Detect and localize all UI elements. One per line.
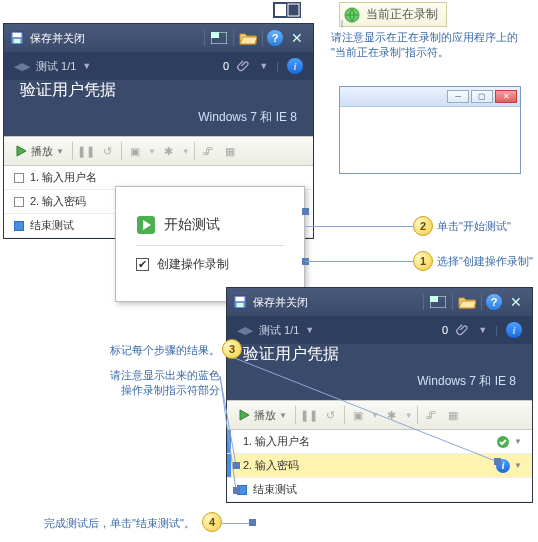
svg-rect-11 (237, 303, 244, 307)
callout-2-text: 单击"开始测试" (437, 219, 511, 234)
step-row[interactable]: 结束测试 (227, 478, 532, 502)
attach-icon[interactable]: 🖇 (422, 406, 440, 424)
play-icon (237, 408, 251, 422)
checkbox-checked-icon[interactable]: ✔ (136, 258, 149, 271)
count-value: 0 (442, 324, 448, 336)
callout-2: 2 (413, 216, 433, 236)
callout-3: 3 (222, 339, 242, 359)
subheader: ◀▶ 测试 1/1 ▼ 0 ▼ | i (4, 52, 313, 80)
end-test-marker-icon (237, 485, 247, 495)
start-test-row[interactable]: 开始测试 (136, 215, 284, 235)
dropdown-arrow-icon[interactable]: ▼ (514, 461, 522, 470)
dropdown-arrow-icon[interactable]: ▼ (514, 437, 522, 446)
step-row[interactable]: 1. 输入用户名 ▼ (227, 430, 532, 454)
paperclip-icon[interactable] (237, 59, 251, 73)
record-indicator (227, 430, 231, 453)
play-icon (14, 144, 28, 158)
svg-rect-10 (236, 297, 245, 301)
start-test-icon (136, 215, 156, 235)
window-layout-icon[interactable] (209, 28, 229, 48)
recording-banner: 当前正在录制 (339, 2, 447, 27)
count-value: 0 (223, 60, 229, 72)
svg-rect-1 (13, 33, 22, 37)
help-text-recording: 请注意显示在正在录制的应用程序上的 "当前正在录制"指示符。 (331, 30, 521, 61)
pass-icon (496, 435, 510, 449)
info-icon[interactable]: i (506, 322, 522, 338)
test-title: 验证用户凭据 (4, 80, 313, 109)
step-label: 结束测试 (30, 218, 74, 233)
dropdown-arrow-icon[interactable]: ▼ (478, 325, 487, 335)
step-row-selected[interactable]: 2. 输入密码 i ▼ (227, 454, 532, 478)
test-subtitle: Windows 7 和 IE 8 (227, 373, 532, 400)
test-runner-panel-b: 保存并关闭 ? ✕ ◀▶ 测试 1/1 ▼ 0 ▼ | i 验证用户凭据 Win… (226, 287, 533, 503)
more-icon[interactable]: ▦ (444, 406, 462, 424)
step-label: 1. 输入用户名 (243, 434, 310, 449)
camera-icon[interactable]: ▣ (126, 142, 144, 160)
attach-icon[interactable]: 🖇 (199, 142, 217, 160)
svg-rect-23 (249, 519, 256, 526)
play-button[interactable]: 播放 ▼ (10, 142, 68, 161)
pause-icon[interactable]: ❚❚ (77, 142, 95, 160)
start-test-label: 开始测试 (164, 216, 220, 234)
create-recording-row[interactable]: ✔ 创建操作录制 (136, 256, 284, 273)
bug-icon[interactable]: ✱ (383, 406, 401, 424)
record-globe-icon (344, 7, 360, 23)
play-label: 播放 (31, 144, 53, 159)
step-label: 2. 输入密码 (243, 458, 299, 473)
test-counter: 测试 1/1 (36, 59, 76, 74)
test-counter: 测试 1/1 (259, 323, 299, 338)
recording-banner-label: 当前正在录制 (366, 6, 438, 23)
window-layout-icon[interactable] (428, 292, 448, 312)
folder-open-icon[interactable] (457, 292, 477, 312)
svg-rect-25 (275, 4, 286, 16)
close-button[interactable]: ✕ (495, 90, 517, 103)
pause-icon[interactable]: ❚❚ (300, 406, 318, 424)
save-icon (10, 31, 24, 45)
step-marker-icon (14, 173, 24, 183)
reset-icon[interactable]: ↺ (99, 142, 117, 160)
callout-3a-text: 标记每个步骤的结果。 (110, 343, 220, 358)
bug-icon[interactable]: ✱ (160, 142, 178, 160)
step-label: 1. 输入用户名 (30, 170, 97, 185)
dropdown-arrow-icon[interactable]: ▼ (259, 61, 268, 71)
folder-open-icon[interactable] (238, 28, 258, 48)
svg-rect-2 (14, 39, 21, 43)
info-icon[interactable]: i (287, 58, 303, 74)
callout-3b-text: 请注意显示出来的蓝色 操作录制指示符部分 (80, 368, 220, 398)
dropdown-arrow-icon[interactable]: ▼ (305, 325, 314, 335)
help-icon[interactable]: ? (486, 294, 502, 310)
minimize-button[interactable]: ─ (447, 90, 469, 103)
save-icon (233, 295, 247, 309)
paperclip-icon[interactable] (456, 323, 470, 337)
close-icon[interactable]: ✕ (287, 28, 307, 48)
step-toolbar: 播放 ▼ ❚❚ ↺ ▣ ▼ ✱ ▼ 🖇 ▦ (4, 136, 313, 166)
dropdown-arrow-icon[interactable]: ▼ (82, 61, 91, 71)
nav-arrows-icon[interactable]: ◀▶ (14, 60, 30, 73)
save-close-label[interactable]: 保存并关闭 (253, 295, 308, 310)
steps-list: 1. 输入用户名 ▼ 2. 输入密码 i ▼ 结束测试 (227, 430, 532, 502)
titlebar: 保存并关闭 ? ✕ (4, 24, 313, 52)
end-test-marker-icon (14, 221, 24, 231)
svg-marker-5 (17, 146, 26, 156)
layout-toggle-icon[interactable] (273, 2, 301, 20)
svg-rect-13 (430, 296, 438, 302)
play-button[interactable]: 播放 ▼ (233, 406, 291, 425)
close-icon[interactable]: ✕ (506, 292, 526, 312)
sample-app-window: ─ ▢ ✕ (339, 86, 521, 174)
camera-icon[interactable]: ▣ (349, 406, 367, 424)
reset-icon[interactable]: ↺ (322, 406, 340, 424)
svg-marker-14 (240, 410, 249, 420)
save-close-label[interactable]: 保存并关闭 (30, 31, 85, 46)
more-icon[interactable]: ▦ (221, 142, 239, 160)
start-test-popup: 开始测试 ✔ 创建操作录制 (115, 186, 305, 302)
step-marker-icon (14, 197, 24, 207)
info-icon[interactable]: i (496, 459, 510, 473)
callout-4: 4 (202, 512, 222, 532)
maximize-button[interactable]: ▢ (471, 90, 493, 103)
record-indicator (227, 454, 231, 477)
callout-1-text: 选择"创建操作录制" (437, 254, 533, 269)
nav-arrows-icon[interactable]: ◀▶ (237, 324, 253, 337)
help-icon[interactable]: ? (267, 30, 283, 46)
test-subtitle: Windows 7 和 IE 8 (4, 109, 313, 136)
svg-rect-4 (211, 32, 219, 38)
